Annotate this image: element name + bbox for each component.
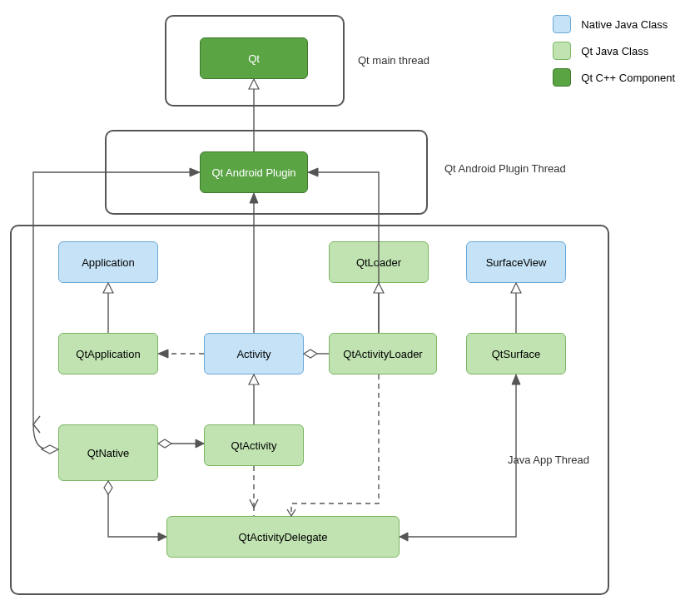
node-label: QtLoader: [356, 256, 401, 269]
node-label: QtNative: [87, 447, 130, 459]
legend-label: Qt Java Class: [581, 45, 648, 57]
node-label: QtSurface: [492, 348, 541, 360]
legend-row-native: Native Java Class: [553, 15, 675, 33]
label-qt-main-thread: Qt main thread: [358, 54, 429, 67]
node-qtactivitydelegate: QtActivityDelegate: [166, 516, 400, 558]
swatch-qt-cpp: [553, 68, 571, 87]
node-label: SurfaceView: [486, 256, 547, 269]
diagram-stage: Native Java Class Qt Java Class Qt C++ C…: [0, 0, 700, 615]
node-label: QtApplication: [76, 348, 140, 360]
node-qtactivity: QtActivity: [204, 424, 304, 466]
node-qt: Qt: [200, 37, 308, 79]
legend-label: Native Java Class: [581, 18, 668, 31]
node-label: Qt: [248, 52, 260, 65]
legend-row-qtjava: Qt Java Class: [553, 42, 675, 60]
node-label: Qt Android Plugin: [211, 166, 295, 179]
node-label: QtActivityLoader: [343, 348, 422, 360]
node-surfaceview: SurfaceView: [466, 241, 566, 283]
node-qt-android-plugin: Qt Android Plugin: [200, 151, 308, 193]
node-qtactivityloader: QtActivityLoader: [329, 333, 437, 374]
legend-row-qtcpp: Qt C++ Component: [553, 68, 675, 87]
swatch-native-java: [553, 15, 571, 33]
node-qtnative: QtNative: [58, 424, 158, 481]
node-label: QtActivity: [231, 439, 277, 452]
label-java-app-thread: Java App Thread: [508, 454, 589, 466]
node-label: Activity: [236, 348, 271, 360]
node-application: Application: [58, 241, 158, 283]
node-qtapplication: QtApplication: [58, 333, 158, 374]
node-qtloader: QtLoader: [329, 241, 429, 283]
node-label: Application: [82, 256, 135, 269]
legend: Native Java Class Qt Java Class Qt C++ C…: [553, 15, 675, 95]
node-label: QtActivityDelegate: [239, 531, 328, 543]
node-activity: Activity: [204, 333, 304, 374]
node-qtsurface: QtSurface: [466, 333, 566, 374]
swatch-qt-java: [553, 42, 571, 60]
legend-label: Qt C++ Component: [581, 72, 675, 84]
label-qt-android-plugin-thread: Qt Android Plugin Thread: [444, 162, 569, 175]
